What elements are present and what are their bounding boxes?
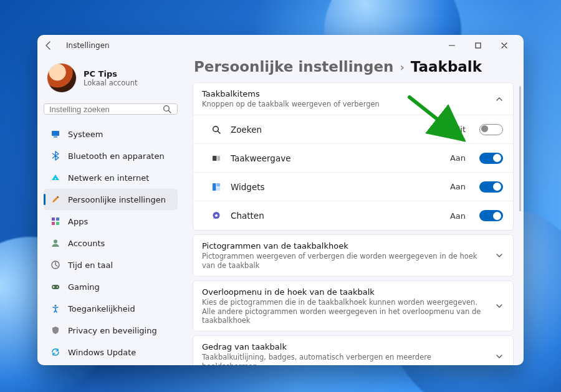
nav-item-bluetooth-en-apparaten[interactable]: Bluetooth en apparaten bbox=[44, 145, 178, 166]
clock-icon bbox=[50, 259, 61, 270]
breadcrumb-parent[interactable]: Persoonlijke instellingen bbox=[194, 59, 393, 75]
nav-item-privacy-en-beveiliging[interactable]: Privacy en beveiliging bbox=[44, 320, 178, 341]
back-button[interactable] bbox=[44, 41, 59, 50]
profile-block[interactable]: PC Tips Lokaal account bbox=[44, 60, 178, 101]
svg-rect-2 bbox=[52, 131, 59, 136]
section-header[interactable]: Overloopmenu in de hoek van de taakbalk … bbox=[193, 281, 513, 331]
shield-icon bbox=[50, 325, 61, 336]
item-label: Chatten bbox=[231, 211, 441, 221]
nav-item-apps[interactable]: Apps bbox=[44, 211, 178, 232]
section-title: Gedrag van taakbalk bbox=[202, 342, 488, 351]
item-label: Taakweergave bbox=[231, 153, 441, 163]
nav-item-tijd-en-taal[interactable]: Tijd en taal bbox=[44, 254, 178, 275]
breadcrumb-current: Taakbalk bbox=[411, 59, 482, 75]
svg-rect-3 bbox=[54, 136, 57, 138]
back-arrow-icon bbox=[44, 41, 54, 50]
nav-item-toegankelijkheid[interactable]: Toegankelijkheid bbox=[44, 298, 178, 319]
display-icon bbox=[50, 128, 61, 140]
section-title: Taakbalkitems bbox=[202, 89, 488, 98]
chat-icon bbox=[211, 210, 222, 221]
section-overflow-menu: Overloopmenu in de hoek van de taakbalk … bbox=[193, 280, 514, 332]
nav-item-accounts[interactable]: Accounts bbox=[44, 232, 178, 254]
svg-point-4 bbox=[55, 178, 56, 179]
toggle-switch[interactable] bbox=[479, 181, 503, 193]
nav-item-netwerk-en-internet[interactable]: Netwerk en internet bbox=[44, 167, 178, 188]
nav-item-label: Persoonlijke instellingen bbox=[68, 195, 166, 204]
toggle-switch[interactable] bbox=[479, 124, 503, 135]
svg-rect-19 bbox=[217, 187, 221, 191]
maximize-icon bbox=[473, 41, 483, 50]
section-title: Overloopmenu in de hoek van de taakbalk bbox=[202, 287, 488, 297]
nav-item-label: Apps bbox=[68, 217, 88, 226]
taskbar-item-widgets: WidgetsAan bbox=[193, 173, 513, 201]
section-subtitle: Kies de pictogrammen die in de taakbalkh… bbox=[202, 298, 488, 325]
svg-rect-0 bbox=[476, 43, 481, 48]
taskview-icon bbox=[211, 153, 222, 164]
svg-point-9 bbox=[54, 240, 57, 244]
section-subtitle: Taakbalkuitlijning, badges, automatisch … bbox=[202, 353, 488, 365]
toggle-switch[interactable] bbox=[479, 153, 503, 164]
close-icon bbox=[499, 41, 509, 50]
chevron-down-icon bbox=[494, 251, 504, 261]
svg-point-1 bbox=[164, 106, 170, 112]
toggle-state-label: Uit bbox=[454, 125, 466, 134]
nav-list: SysteemBluetooth en apparatenNetwerk en … bbox=[44, 123, 178, 363]
nav-item-persoonlijke-instellingen[interactable]: Persoonlijke instellingen bbox=[44, 189, 178, 210]
nav-item-label: Toegankelijkheid bbox=[68, 304, 135, 313]
svg-rect-6 bbox=[56, 218, 59, 221]
scrollbar[interactable] bbox=[519, 86, 521, 359]
svg-rect-7 bbox=[52, 222, 55, 225]
item-label: Zoeken bbox=[231, 125, 446, 135]
section-header[interactable]: Pictogrammen van de taakbalkhoek Pictogr… bbox=[193, 235, 513, 276]
widgets-icon bbox=[211, 181, 222, 193]
nav-item-label: Privacy en beveiliging bbox=[68, 326, 157, 335]
svg-rect-15 bbox=[213, 156, 217, 161]
settings-search[interactable] bbox=[44, 103, 178, 115]
svg-point-12 bbox=[57, 287, 58, 288]
search-icon bbox=[162, 104, 172, 114]
section-subtitle: Knoppen op de taakbalk weergeven of verb… bbox=[202, 100, 488, 108]
apps-icon bbox=[50, 216, 61, 227]
nav-item-label: Systeem bbox=[68, 130, 103, 139]
nav-item-systeem[interactable]: Systeem bbox=[44, 123, 178, 145]
section-taskbar-items: Taakbalkitems Knoppen op de taakbalk wee… bbox=[193, 82, 514, 231]
section-header[interactable]: Gedrag van taakbalk Taakbalkuitlijning, … bbox=[193, 336, 513, 365]
profile-name: PC Tips bbox=[84, 69, 137, 79]
close-button[interactable] bbox=[491, 36, 517, 55]
svg-rect-16 bbox=[218, 156, 221, 161]
nav-item-label: Accounts bbox=[68, 239, 105, 248]
update-icon bbox=[50, 347, 61, 358]
minimize-icon bbox=[447, 41, 457, 50]
nav-item-windows-update[interactable]: Windows Update bbox=[44, 342, 178, 363]
toggle-state-label: Aan bbox=[450, 182, 466, 191]
settings-window: Instellingen PC Tips Lokaal account Syst… bbox=[37, 35, 524, 365]
svg-rect-18 bbox=[217, 183, 221, 187]
breadcrumb-separator: › bbox=[400, 60, 404, 74]
taskbar-item-list: ZoekenUitTaakweergaveAanWidgetsAanChatte… bbox=[193, 115, 513, 230]
item-label: Widgets bbox=[231, 182, 441, 192]
toggle-switch[interactable] bbox=[479, 210, 503, 221]
paintbrush-icon bbox=[50, 194, 61, 205]
section-title: Pictogrammen van de taakbalkhoek bbox=[202, 241, 488, 251]
section-subtitle: Pictogrammen weergeven of verbergen die … bbox=[202, 252, 488, 270]
main-panel: Persoonlijke instellingen › Taakbalk Taa… bbox=[184, 56, 524, 365]
search-icon bbox=[211, 124, 222, 135]
nav-item-label: Tijd en taal bbox=[68, 261, 113, 270]
svg-point-13 bbox=[54, 305, 56, 307]
taskbar-item-zoeken: ZoekenUit bbox=[193, 115, 513, 144]
window-title: Instellingen bbox=[66, 41, 110, 50]
accessibility-icon bbox=[50, 303, 61, 314]
nav-item-label: Gaming bbox=[68, 282, 100, 292]
window-controls bbox=[439, 36, 517, 55]
maximize-button[interactable] bbox=[465, 36, 491, 55]
minimize-button[interactable] bbox=[439, 36, 465, 55]
title-bar: Instellingen bbox=[37, 35, 524, 56]
profile-subtitle: Lokaal account bbox=[84, 79, 137, 87]
toggle-state-label: Aan bbox=[450, 211, 466, 221]
section-corner-icons: Pictogrammen van de taakbalkhoek Pictogr… bbox=[193, 234, 514, 277]
search-input[interactable] bbox=[49, 105, 162, 114]
nav-item-gaming[interactable]: Gaming bbox=[44, 276, 178, 297]
toggle-state-label: Aan bbox=[450, 153, 466, 163]
section-header[interactable]: Taakbalkitems Knoppen op de taakbalk wee… bbox=[193, 83, 513, 115]
gamepad-icon bbox=[50, 281, 61, 292]
